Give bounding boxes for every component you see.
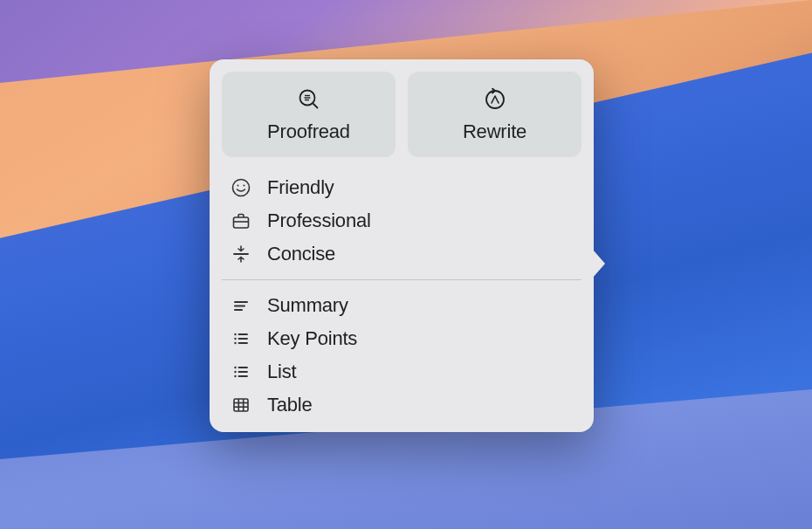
svg-point-5 [486,91,504,108]
menu-item-key-points[interactable]: Key Points [227,322,578,355]
svg-point-23 [234,371,236,373]
menu-item-summary[interactable]: Summary [227,289,578,322]
menu-item-professional[interactable]: Professional [227,204,578,237]
svg-point-8 [244,185,245,187]
svg-point-21 [234,367,236,368]
menu-item-list[interactable]: List [227,355,578,388]
svg-point-19 [234,342,236,344]
magnify-check-icon [297,87,321,112]
rewrite-button[interactable]: Rewrite [408,72,581,157]
svg-rect-27 [234,399,248,411]
smile-icon [231,177,251,198]
bullet-list-icon [231,361,251,382]
table-grid-icon [231,395,251,416]
svg-line-1 [313,104,318,109]
proofread-button[interactable]: Proofread [222,72,396,157]
menu-item-label: List [267,361,296,383]
menu-divider [222,279,581,280]
briefcase-icon [231,210,251,231]
svg-point-17 [234,338,236,340]
menu-item-concise[interactable]: Concise [227,237,578,271]
svg-point-15 [234,333,236,335]
svg-point-7 [237,185,239,187]
svg-point-6 [233,180,250,196]
text-align-icon [231,295,251,316]
bullet-list-icon [231,328,251,349]
menu-item-label: Summary [267,294,348,317]
svg-point-25 [234,375,236,377]
menu-item-label: Friendly [267,176,334,199]
svg-rect-9 [234,217,249,228]
proofread-label: Proofread [267,120,350,143]
tone-options-list: Friendly Professional Concis [222,166,581,271]
writing-tools-popover: Proofread Rewrite [210,59,594,432]
menu-item-label: Concise [267,243,335,265]
rewrite-cycle-icon [483,87,507,112]
menu-item-friendly[interactable]: Friendly [227,171,578,204]
format-options-list: Summary Key Points [222,289,581,422]
rewrite-label: Rewrite [463,120,526,143]
primary-actions-row: Proofread Rewrite [222,72,581,157]
menu-item-table[interactable]: Table [227,388,578,422]
compress-lines-icon [231,244,251,264]
menu-item-label: Table [267,394,313,416]
menu-item-label: Key Points [267,327,357,350]
menu-item-label: Professional [267,210,371,232]
